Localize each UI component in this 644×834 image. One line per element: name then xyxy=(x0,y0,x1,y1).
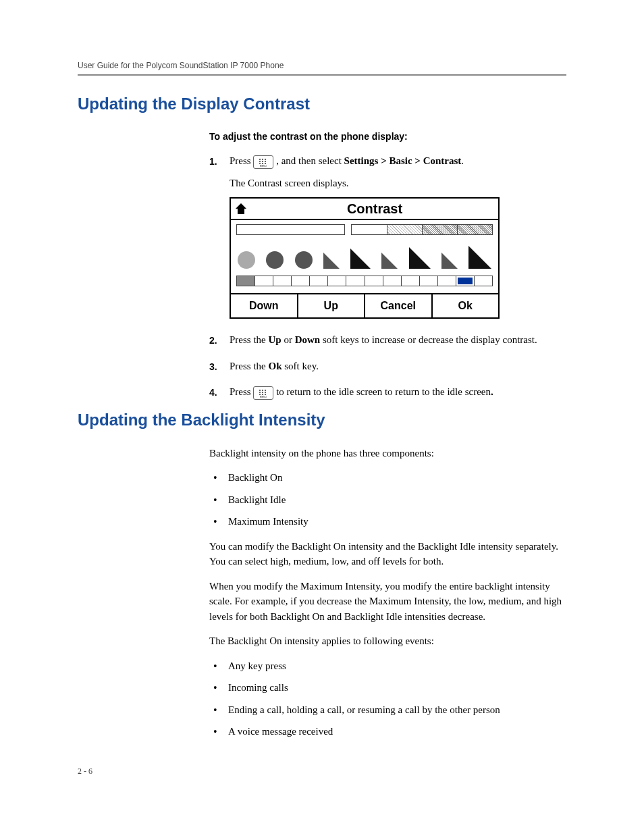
step4-c: . xyxy=(491,386,493,397)
step2-c: or xyxy=(281,334,295,345)
step-number: 4. xyxy=(209,386,217,400)
svg-marker-4 xyxy=(236,203,246,214)
backlight-p1: Backlight intensity on the phone has thr… xyxy=(209,446,566,461)
contrast-steps: 1. Press MENU , and then select xyxy=(209,153,566,400)
menu-icon: MENU xyxy=(253,155,273,169)
softkey-down[interactable]: Down xyxy=(231,294,298,317)
step-number: 2. xyxy=(209,334,217,348)
step2-a: Press the xyxy=(230,334,269,345)
step2-down: Down xyxy=(295,334,321,345)
backlight-p3: When you modify the Maximum Intensity, y… xyxy=(209,579,566,625)
list-item: Any key press xyxy=(209,658,566,674)
document-page: User Guide for the Polycom SoundStation … xyxy=(0,0,644,817)
step1-text-d: . xyxy=(461,155,464,166)
step4-b: to return to the idle screen xyxy=(276,386,382,397)
figure-slider xyxy=(236,276,493,286)
home-icon xyxy=(231,203,251,215)
page-number: 2 - 6 xyxy=(78,766,566,777)
header-rule xyxy=(78,74,566,76)
step-number: 3. xyxy=(209,360,217,374)
step4-a: Press xyxy=(230,386,253,397)
step1-text-a: Press xyxy=(230,155,253,166)
list-item: Backlight On xyxy=(209,470,566,486)
step2-up: Up xyxy=(269,334,281,345)
step4-b: to return to the idle screen xyxy=(382,386,491,397)
step3-c: soft key. xyxy=(282,361,319,371)
list-item: Ending a call, holding a call, or resumi… xyxy=(209,702,566,718)
section2-content: Backlight intensity on the phone has thr… xyxy=(209,446,566,739)
backlight-components-list: Backlight On Backlight Idle Maximum Inte… xyxy=(209,470,566,529)
softkey-ok[interactable]: Ok xyxy=(433,294,499,317)
step3-a: Press the xyxy=(230,361,269,371)
menu-icon: MENU xyxy=(253,386,273,400)
figure-shapes xyxy=(236,242,493,269)
list-item: Incoming calls xyxy=(209,680,566,696)
step2-e: soft keys to increase or decrease the di… xyxy=(320,334,537,345)
step-1: 1. Press MENU , and then select xyxy=(209,153,566,319)
step-4: 4. Press MENU to return to the xyxy=(209,384,566,400)
section-heading-backlight: Updating the Backlight Intensity xyxy=(78,411,566,429)
svg-text:MENU: MENU xyxy=(260,165,267,167)
running-header: User Guide for the Polycom SoundStation … xyxy=(78,61,566,70)
backlight-p4: The Backlight On intensity applies to fo… xyxy=(209,633,566,649)
step1-text-b: , and then select xyxy=(276,155,344,166)
step1-path: Settings > Basic > Contrast xyxy=(344,155,462,166)
list-item: A voice message received xyxy=(209,724,566,739)
contrast-intro: To adjust the contrast on the phone disp… xyxy=(209,130,566,144)
section1-content: To adjust the contrast on the phone disp… xyxy=(209,130,566,400)
contrast-screen-figure: Contrast xyxy=(230,197,500,319)
step1-sub: The Contrast screen displays. xyxy=(230,176,566,191)
figure-softkeys: Down Up Cancel Ok xyxy=(231,293,498,317)
list-item: Backlight Idle xyxy=(209,492,566,508)
figure-body xyxy=(231,220,498,286)
softkey-cancel[interactable]: Cancel xyxy=(365,294,433,317)
backlight-p2: You can modify the Backlight On intensit… xyxy=(209,539,566,569)
figure-title: Contrast xyxy=(251,199,498,219)
svg-text:MENU: MENU xyxy=(260,396,267,398)
step-number: 1. xyxy=(209,155,217,169)
softkey-up[interactable]: Up xyxy=(298,294,366,317)
backlight-events-list: Any key press Incoming calls Ending a ca… xyxy=(209,658,566,739)
section-heading-contrast: Updating the Display Contrast xyxy=(78,95,566,113)
figure-titlebar: Contrast xyxy=(231,199,498,220)
list-item: Maximum Intensity xyxy=(209,514,566,529)
step3-ok: Ok xyxy=(269,361,282,371)
figure-top-row xyxy=(236,224,493,235)
step-2: 2. Press the Up or Down soft keys to inc… xyxy=(209,332,566,348)
step-3: 3. Press the Ok soft key. xyxy=(209,359,566,374)
